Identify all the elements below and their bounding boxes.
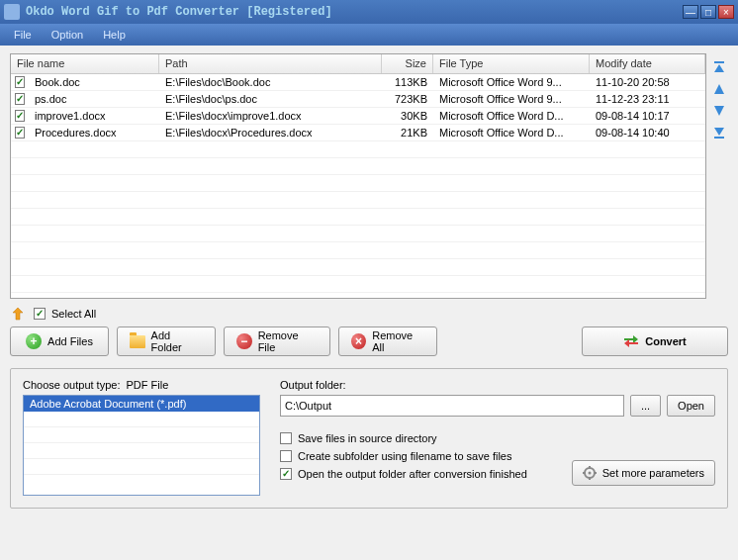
cell-type: Microsoft Office Word 9... <box>433 92 590 106</box>
cell-name: ps.doc <box>29 92 159 106</box>
menu-help[interactable]: Help <box>95 27 134 43</box>
table-row[interactable] <box>11 192 705 209</box>
x-icon: × <box>351 333 366 349</box>
add-files-button[interactable]: + Add Files <box>10 327 109 356</box>
table-row[interactable] <box>11 141 705 158</box>
set-more-label: Set more parameters <box>602 467 704 479</box>
cell-path: E:\Files\docx\improve1.docx <box>159 109 382 123</box>
menu-option[interactable]: Option <box>44 27 91 43</box>
remove-all-button[interactable]: × Remove All <box>338 327 437 356</box>
options-panel: Choose output type: PDF File Adobe Acrob… <box>10 368 728 509</box>
table-row[interactable] <box>11 242 705 259</box>
menubar: File Option Help <box>0 24 738 46</box>
cell-date: 09-08-14 10:40 <box>590 126 705 140</box>
table-row[interactable]: ✓ps.docE:\Files\doc\ps.doc723KBMicrosoft… <box>11 91 705 108</box>
col-size[interactable]: Size <box>382 54 433 73</box>
table-row[interactable] <box>11 226 705 242</box>
close-button[interactable]: × <box>718 5 734 19</box>
open-after-checkbox[interactable]: ✓ <box>280 468 292 480</box>
col-path[interactable]: Path <box>159 54 382 73</box>
table-row[interactable]: ✓Procedures.docxE:\Files\docx\Procedures… <box>11 125 705 141</box>
row-checkbox[interactable]: ✓ <box>15 93 25 105</box>
move-top-button[interactable] <box>711 59 727 75</box>
reorder-controls <box>710 53 728 299</box>
col-type[interactable]: File Type <box>433 54 590 73</box>
open-after-label: Open the output folder after conversion … <box>298 468 527 480</box>
output-type-list[interactable]: Adobe Acrobat Document (*.pdf) <box>23 395 260 496</box>
open-button[interactable]: Open <box>667 395 715 417</box>
output-folder-label: Output folder: <box>280 379 715 391</box>
plus-icon: + <box>26 333 42 349</box>
cell-date: 09-08-14 10:17 <box>590 109 705 123</box>
window-title: Okdo Word Gif to Pdf Converter [Register… <box>26 5 683 19</box>
file-list[interactable]: File name Path Size File Type Modify dat… <box>10 53 706 299</box>
create-subfolder-checkbox[interactable]: ✓ <box>280 450 292 462</box>
add-folder-button[interactable]: Add Folder <box>117 327 216 356</box>
create-subfolder-label: Create subfolder using filename to save … <box>298 450 511 462</box>
cell-path: E:\Files\doc\ps.doc <box>159 92 382 106</box>
svg-rect-0 <box>714 61 724 63</box>
cell-size: 723KB <box>382 92 433 106</box>
convert-button[interactable]: Convert <box>582 327 728 356</box>
folder-icon <box>130 335 145 348</box>
save-in-source-checkbox[interactable]: ✓ <box>280 432 292 444</box>
row-checkbox[interactable]: ✓ <box>15 110 25 122</box>
add-files-label: Add Files <box>47 335 93 347</box>
remove-file-label: Remove File <box>258 329 318 353</box>
output-type-value: PDF File <box>126 379 168 391</box>
output-type-item-pdf[interactable]: Adobe Acrobat Document (*.pdf) <box>24 396 259 412</box>
cell-size: 21KB <box>382 126 433 140</box>
table-row[interactable] <box>11 175 705 192</box>
set-more-parameters-button[interactable]: Set more parameters <box>572 460 715 486</box>
cell-type: Microsoft Office Word D... <box>433 109 590 123</box>
cell-size: 30KB <box>382 109 433 123</box>
minus-icon: − <box>236 333 252 349</box>
cell-date: 11-10-20 20:58 <box>590 75 705 89</box>
up-folder-icon[interactable] <box>12 307 28 321</box>
col-name[interactable]: File name <box>11 54 159 73</box>
cell-path: E:\Files\docx\Procedures.docx <box>159 126 382 140</box>
row-checkbox[interactable]: ✓ <box>15 127 25 139</box>
remove-file-button[interactable]: − Remove File <box>224 327 330 356</box>
browse-button[interactable]: ... <box>630 395 661 417</box>
titlebar: Okdo Word Gif to Pdf Converter [Register… <box>0 0 738 24</box>
svg-point-3 <box>588 472 591 475</box>
cell-type: Microsoft Office Word 9... <box>433 75 590 89</box>
convert-icon <box>623 334 639 348</box>
app-icon <box>4 4 20 20</box>
convert-label: Convert <box>645 335 687 347</box>
row-checkbox[interactable]: ✓ <box>15 76 25 88</box>
output-folder-input[interactable] <box>280 395 624 417</box>
table-row[interactable] <box>11 259 705 276</box>
save-in-source-label: Save files in source directory <box>298 432 437 444</box>
menu-file[interactable]: File <box>6 27 40 43</box>
cell-name: Procedures.docx <box>29 126 159 140</box>
svg-rect-1 <box>714 137 724 139</box>
move-up-button[interactable] <box>711 81 727 97</box>
cell-type: Microsoft Office Word D... <box>433 126 590 140</box>
table-row[interactable] <box>11 209 705 226</box>
cell-name: improve1.docx <box>29 109 159 123</box>
table-row[interactable]: ✓Book.docE:\Files\doc\Book.doc113KBMicro… <box>11 74 705 91</box>
select-all-checkbox[interactable]: ✓ <box>34 308 46 320</box>
cell-size: 113KB <box>382 75 433 89</box>
gear-icon <box>583 466 597 480</box>
remove-all-label: Remove All <box>372 329 424 353</box>
col-date[interactable]: Modify date <box>590 54 705 73</box>
cell-path: E:\Files\doc\Book.doc <box>159 75 382 89</box>
output-type-label: Choose output type: <box>23 379 120 391</box>
cell-name: Book.doc <box>29 75 159 89</box>
minimize-button[interactable]: — <box>683 5 698 19</box>
cell-date: 11-12-23 23:11 <box>590 92 705 106</box>
table-row[interactable]: ✓improve1.docxE:\Files\docx\improve1.doc… <box>11 108 705 125</box>
select-all-label: Select All <box>51 308 96 320</box>
maximize-button[interactable]: □ <box>700 5 716 19</box>
file-list-header: File name Path Size File Type Modify dat… <box>11 54 705 74</box>
move-bottom-button[interactable] <box>711 125 727 140</box>
move-down-button[interactable] <box>711 103 727 119</box>
table-row[interactable] <box>11 158 705 175</box>
table-row[interactable] <box>11 276 705 293</box>
add-folder-label: Add Folder <box>151 329 203 353</box>
